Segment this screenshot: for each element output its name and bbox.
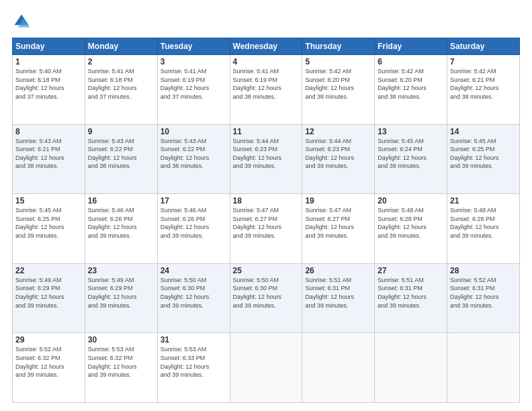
day-info: Sunrise: 5:47 AM Sunset: 6:27 PM Dayligh… xyxy=(233,207,282,239)
logo-icon xyxy=(12,12,31,31)
calendar-cell: 5Sunrise: 5:42 AM Sunset: 6:20 PM Daylig… xyxy=(302,55,375,125)
weekday-header-row: SundayMondayTuesdayWednesdayThursdayFrid… xyxy=(13,38,520,55)
day-info: Sunrise: 5:51 AM Sunset: 6:31 PM Dayligh… xyxy=(305,277,354,309)
day-info: Sunrise: 5:43 AM Sunset: 6:22 PM Dayligh… xyxy=(161,138,210,170)
day-number: 5 xyxy=(305,57,371,66)
day-info: Sunrise: 5:46 AM Sunset: 6:26 PM Dayligh… xyxy=(161,207,210,239)
day-number: 17 xyxy=(161,196,227,205)
day-info: Sunrise: 5:41 AM Sunset: 6:19 PM Dayligh… xyxy=(233,68,282,100)
day-info: Sunrise: 5:47 AM Sunset: 6:27 PM Dayligh… xyxy=(305,207,354,239)
calendar-cell: 12Sunrise: 5:44 AM Sunset: 6:23 PM Dayli… xyxy=(302,124,375,194)
day-number: 27 xyxy=(378,266,444,275)
calendar-cell: 21Sunrise: 5:48 AM Sunset: 6:28 PM Dayli… xyxy=(447,194,520,264)
day-info: Sunrise: 5:42 AM Sunset: 6:20 PM Dayligh… xyxy=(378,68,427,100)
day-number: 7 xyxy=(450,57,517,66)
calendar-week-3: 15Sunrise: 5:45 AM Sunset: 6:25 PM Dayli… xyxy=(13,194,520,264)
day-number: 4 xyxy=(233,57,300,66)
day-number: 2 xyxy=(88,57,154,66)
day-number: 13 xyxy=(378,127,444,136)
calendar-cell: 19Sunrise: 5:47 AM Sunset: 6:27 PM Dayli… xyxy=(302,194,375,264)
calendar-cell xyxy=(302,333,375,403)
calendar-cell: 16Sunrise: 5:46 AM Sunset: 6:26 PM Dayli… xyxy=(85,194,157,264)
day-info: Sunrise: 5:45 AM Sunset: 6:24 PM Dayligh… xyxy=(378,138,427,170)
calendar-cell xyxy=(375,333,447,403)
day-info: Sunrise: 5:48 AM Sunset: 6:28 PM Dayligh… xyxy=(450,207,499,239)
day-info: Sunrise: 5:41 AM Sunset: 6:18 PM Dayligh… xyxy=(88,68,137,100)
calendar-cell: 24Sunrise: 5:50 AM Sunset: 6:30 PM Dayli… xyxy=(157,263,230,333)
calendar-cell: 8Sunrise: 5:43 AM Sunset: 6:21 PM Daylig… xyxy=(13,124,85,194)
calendar-cell: 4Sunrise: 5:41 AM Sunset: 6:19 PM Daylig… xyxy=(230,55,302,125)
day-number: 30 xyxy=(88,335,154,345)
day-info: Sunrise: 5:44 AM Sunset: 6:23 PM Dayligh… xyxy=(233,138,282,170)
day-number: 16 xyxy=(88,196,154,205)
day-info: Sunrise: 5:51 AM Sunset: 6:31 PM Dayligh… xyxy=(378,277,427,309)
day-info: Sunrise: 5:45 AM Sunset: 6:25 PM Dayligh… xyxy=(15,207,64,239)
day-info: Sunrise: 5:50 AM Sunset: 6:30 PM Dayligh… xyxy=(233,277,282,309)
calendar-cell: 1Sunrise: 5:40 AM Sunset: 6:18 PM Daylig… xyxy=(13,55,85,125)
calendar-week-1: 1Sunrise: 5:40 AM Sunset: 6:18 PM Daylig… xyxy=(13,55,520,125)
weekday-header-sunday: Sunday xyxy=(13,38,85,55)
page: SundayMondayTuesdayWednesdayThursdayFrid… xyxy=(0,0,532,411)
day-info: Sunrise: 5:45 AM Sunset: 6:25 PM Dayligh… xyxy=(450,138,499,170)
day-number: 14 xyxy=(450,127,517,136)
calendar-cell: 17Sunrise: 5:46 AM Sunset: 6:26 PM Dayli… xyxy=(157,194,230,264)
calendar-cell: 10Sunrise: 5:43 AM Sunset: 6:22 PM Dayli… xyxy=(157,124,230,194)
day-info: Sunrise: 5:50 AM Sunset: 6:30 PM Dayligh… xyxy=(161,277,210,309)
day-info: Sunrise: 5:42 AM Sunset: 6:20 PM Dayligh… xyxy=(305,68,354,100)
day-info: Sunrise: 5:44 AM Sunset: 6:23 PM Dayligh… xyxy=(305,138,354,170)
calendar-week-4: 22Sunrise: 5:49 AM Sunset: 6:29 PM Dayli… xyxy=(13,263,520,333)
day-number: 22 xyxy=(15,266,82,275)
calendar-cell: 2Sunrise: 5:41 AM Sunset: 6:18 PM Daylig… xyxy=(85,55,157,125)
day-info: Sunrise: 5:40 AM Sunset: 6:18 PM Dayligh… xyxy=(15,68,64,100)
day-number: 26 xyxy=(305,266,371,275)
weekday-header-monday: Monday xyxy=(85,38,157,55)
day-number: 3 xyxy=(161,57,227,66)
day-info: Sunrise: 5:43 AM Sunset: 6:22 PM Dayligh… xyxy=(88,138,137,170)
calendar-cell: 7Sunrise: 5:42 AM Sunset: 6:21 PM Daylig… xyxy=(447,55,520,125)
calendar-cell: 28Sunrise: 5:52 AM Sunset: 6:31 PM Dayli… xyxy=(447,263,520,333)
calendar-table: SundayMondayTuesdayWednesdayThursdayFrid… xyxy=(12,38,520,403)
day-number: 21 xyxy=(450,196,517,205)
weekday-header-tuesday: Tuesday xyxy=(157,38,230,55)
day-number: 11 xyxy=(233,127,300,136)
day-info: Sunrise: 5:53 AM Sunset: 6:33 PM Dayligh… xyxy=(161,346,210,378)
calendar-cell: 9Sunrise: 5:43 AM Sunset: 6:22 PM Daylig… xyxy=(85,124,157,194)
day-number: 9 xyxy=(88,127,154,136)
day-number: 19 xyxy=(305,196,371,205)
calendar-cell: 22Sunrise: 5:49 AM Sunset: 6:29 PM Dayli… xyxy=(13,263,85,333)
day-number: 6 xyxy=(378,57,444,66)
weekday-header-friday: Friday xyxy=(375,38,447,55)
day-info: Sunrise: 5:53 AM Sunset: 6:32 PM Dayligh… xyxy=(88,346,137,378)
logo xyxy=(12,12,34,31)
day-number: 23 xyxy=(88,266,154,275)
calendar-cell: 11Sunrise: 5:44 AM Sunset: 6:23 PM Dayli… xyxy=(230,124,302,194)
calendar-cell: 20Sunrise: 5:48 AM Sunset: 6:28 PM Dayli… xyxy=(375,194,447,264)
calendar-cell: 27Sunrise: 5:51 AM Sunset: 6:31 PM Dayli… xyxy=(375,263,447,333)
calendar-cell: 26Sunrise: 5:51 AM Sunset: 6:31 PM Dayli… xyxy=(302,263,375,333)
calendar-cell: 13Sunrise: 5:45 AM Sunset: 6:24 PM Dayli… xyxy=(375,124,447,194)
day-number: 12 xyxy=(305,127,371,136)
calendar-week-5: 29Sunrise: 5:52 AM Sunset: 6:32 PM Dayli… xyxy=(13,333,520,403)
calendar-cell: 3Sunrise: 5:41 AM Sunset: 6:19 PM Daylig… xyxy=(157,55,230,125)
calendar-cell: 18Sunrise: 5:47 AM Sunset: 6:27 PM Dayli… xyxy=(230,194,302,264)
calendar-week-2: 8Sunrise: 5:43 AM Sunset: 6:21 PM Daylig… xyxy=(13,124,520,194)
day-number: 10 xyxy=(161,127,227,136)
day-info: Sunrise: 5:46 AM Sunset: 6:26 PM Dayligh… xyxy=(88,207,137,239)
day-number: 29 xyxy=(15,335,82,345)
day-number: 1 xyxy=(15,57,82,66)
calendar-cell: 6Sunrise: 5:42 AM Sunset: 6:20 PM Daylig… xyxy=(375,55,447,125)
day-info: Sunrise: 5:52 AM Sunset: 6:32 PM Dayligh… xyxy=(15,346,64,378)
day-info: Sunrise: 5:52 AM Sunset: 6:31 PM Dayligh… xyxy=(450,277,499,309)
calendar-cell: 30Sunrise: 5:53 AM Sunset: 6:32 PM Dayli… xyxy=(85,333,157,403)
calendar-cell: 31Sunrise: 5:53 AM Sunset: 6:33 PM Dayli… xyxy=(157,333,230,403)
header xyxy=(12,12,520,31)
calendar-cell: 29Sunrise: 5:52 AM Sunset: 6:32 PM Dayli… xyxy=(13,333,85,403)
day-number: 20 xyxy=(378,196,444,205)
day-info: Sunrise: 5:41 AM Sunset: 6:19 PM Dayligh… xyxy=(161,68,210,100)
weekday-header-wednesday: Wednesday xyxy=(230,38,302,55)
day-info: Sunrise: 5:49 AM Sunset: 6:29 PM Dayligh… xyxy=(15,277,64,309)
day-number: 18 xyxy=(233,196,300,205)
weekday-header-thursday: Thursday xyxy=(302,38,375,55)
weekday-header-saturday: Saturday xyxy=(447,38,520,55)
calendar-cell: 15Sunrise: 5:45 AM Sunset: 6:25 PM Dayli… xyxy=(13,194,85,264)
